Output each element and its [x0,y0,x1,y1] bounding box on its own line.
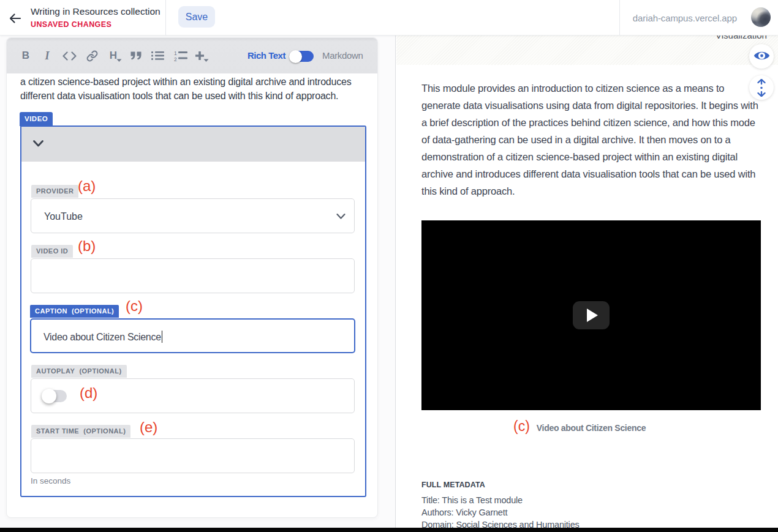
svg-text:2: 2 [174,56,177,61]
